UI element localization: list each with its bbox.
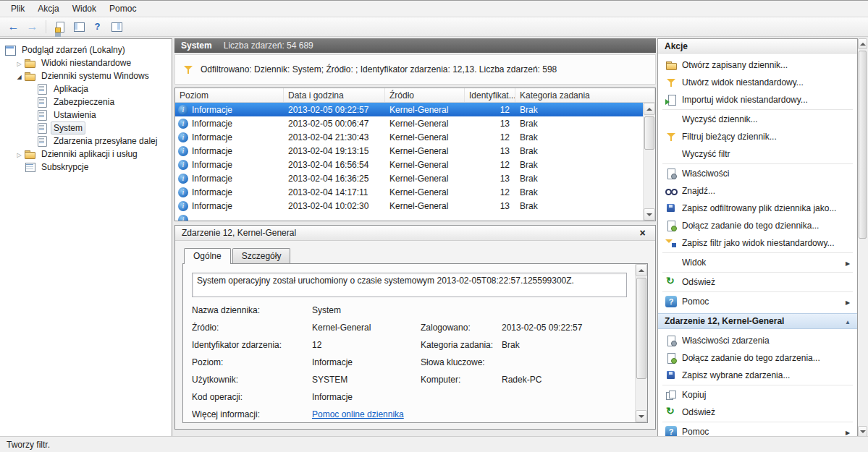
tree-item-setup[interactable]: Ustawienia: [0, 108, 172, 121]
tree-item-system[interactable]: System: [0, 121, 172, 135]
filter-save-icon: [665, 237, 677, 249]
online-help-link[interactable]: Pomoc online dziennika: [312, 409, 421, 419]
event-log-icon: [36, 83, 48, 95]
column-header-datetime[interactable]: Data i godzina: [284, 88, 385, 102]
eventid-cell: 12: [465, 160, 515, 170]
scroll-down-arrow[interactable]: [644, 208, 655, 221]
level-text: Informacje: [192, 146, 232, 156]
event-action-help-submenu[interactable]: Pomoc: [658, 423, 857, 437]
event-row[interactable]: Informacje 2013-02-04 16:56:54 Kernel-Ge…: [175, 158, 643, 171]
preview-title: Zdarzenie 12, Kernel-General: [182, 228, 636, 238]
value-logged: 2013-02-05 09:22:57: [502, 323, 627, 333]
action-save-filter-as-custom-view[interactable]: Zapisz filtr jako widok niestandardowy..…: [658, 234, 857, 252]
event-row[interactable]: Informacje 2013-02-04 10:02:30 Kernel-Ge…: [175, 199, 643, 213]
preview-scrollbar[interactable]: [635, 264, 647, 422]
action-create-custom-view[interactable]: Utwórz widok niestandardowy...: [658, 74, 857, 91]
collapse-icon[interactable]: [14, 71, 24, 81]
event-action-save-selected[interactable]: Zapisz wybrane zdarzenia...: [658, 367, 857, 384]
show-action-pane-button[interactable]: [108, 19, 125, 35]
tree-item-forwarded-events[interactable]: Zdarzenia przesyłane dalej: [0, 135, 172, 148]
scroll-up-arrow[interactable]: [858, 38, 867, 49]
menu-akcja[interactable]: Akcja: [31, 1, 65, 16]
category-cell: Brak: [515, 119, 643, 129]
tab-general[interactable]: Ogólne: [184, 248, 231, 264]
event-row[interactable]: Informacje 2013-02-04 16:36:25 Kernel-Ge…: [175, 171, 643, 185]
log-name: System: [181, 40, 212, 51]
action-save-filtered-log[interactable]: Zapisz odfiltrowany plik dziennika jako.…: [658, 200, 857, 217]
level-text: Informacje: [192, 132, 232, 142]
tree-item-root[interactable]: Podgląd zdarzeń (Lokalny): [0, 43, 172, 56]
level-text: Informacje: [192, 201, 232, 211]
column-header-eventid[interactable]: Identyfikat...: [465, 88, 515, 102]
tree-item-application[interactable]: Aplikacja: [0, 82, 172, 95]
scrollbar-thumb[interactable]: [859, 51, 867, 239]
tree-item-windows-logs[interactable]: Dzienniki systemu Windows: [0, 69, 172, 82]
event-action-refresh[interactable]: Odśwież: [658, 404, 857, 421]
action-properties[interactable]: Właściwości: [658, 165, 857, 182]
event-action-copy[interactable]: Kopiuj: [658, 386, 857, 404]
scroll-down-arrow[interactable]: [858, 426, 867, 437]
level-cell: Informacje: [175, 174, 284, 184]
help-button[interactable]: [89, 19, 106, 35]
export-log-button[interactable]: [51, 19, 68, 35]
tab-details[interactable]: Szczegóły: [232, 248, 291, 263]
scroll-up-arrow[interactable]: [644, 103, 655, 115]
actions-pane-scrollbar[interactable]: [858, 38, 868, 437]
action-import-custom-view[interactable]: Importuj widok niestandardowy...: [658, 91, 857, 108]
tree-item-custom-views[interactable]: Widoki niestandardowe: [0, 56, 172, 69]
action-clear-filter[interactable]: Wyczyść filtr: [658, 145, 857, 163]
action-attach-task-to-log[interactable]: Dołącz zadanie do tego dziennika...: [658, 217, 857, 234]
action-find[interactable]: Znajdź...: [658, 182, 857, 200]
column-header-level[interactable]: Poziom: [175, 88, 284, 102]
tree-item-security[interactable]: Zabezpieczenia: [0, 95, 172, 108]
chevron-right-icon: [844, 427, 851, 437]
event-count: Liczba zdarzeń: 54 689: [224, 40, 313, 51]
tree-item-apps-services-logs[interactable]: Dzienniki aplikacji i usług: [0, 148, 172, 161]
preview-title-bar: Zdarzenie 12, Kernel-General: [175, 226, 655, 241]
back-button[interactable]: [5, 19, 22, 35]
actions-title: Akcje: [665, 41, 688, 51]
action-help-submenu[interactable]: Pomoc: [658, 293, 857, 310]
expand-icon[interactable]: [14, 58, 24, 68]
expand-icon[interactable]: [14, 149, 24, 159]
event-action-attach-task[interactable]: Dołącz zadanie do tego zdarzenia...: [658, 349, 857, 367]
action-view-submenu[interactable]: Widok: [658, 254, 857, 271]
menu-widok[interactable]: Widok: [66, 1, 103, 16]
task-icon: [665, 220, 677, 231]
tree-item-subscriptions[interactable]: Subskrypcje: [0, 161, 172, 174]
action-filter-current-log[interactable]: Filtruj bieżący dziennik...: [658, 128, 857, 145]
action-clear-log[interactable]: Wyczyść dziennik...: [658, 111, 857, 128]
event-list: Poziom Data i godzina Źródło Identyfikat…: [174, 88, 656, 221]
event-row[interactable]: Informacje 2013-02-05 00:06:47 Kernel-Ge…: [175, 116, 643, 130]
scrollbar-thumb[interactable]: [644, 116, 654, 150]
show-console-tree-button[interactable]: [70, 19, 87, 35]
forward-button[interactable]: [24, 19, 41, 35]
event-row-partial[interactable]: [175, 213, 643, 221]
close-icon[interactable]: [636, 227, 649, 239]
action-refresh[interactable]: Odśwież: [658, 273, 857, 291]
event-log-icon: [36, 109, 48, 121]
column-header-source[interactable]: Źródło: [385, 88, 465, 102]
eventid-cell: 13: [465, 201, 515, 211]
menu-plik[interactable]: Plik: [4, 1, 31, 16]
level-cell: Informacje: [175, 119, 284, 129]
menu-pomoc[interactable]: Pomoc: [103, 1, 143, 16]
tree-item-label: Widoki niestandardowe: [38, 56, 134, 69]
label-logged: Zalogowano:: [421, 323, 502, 333]
chevron-right-icon: [844, 297, 851, 307]
event-action-properties[interactable]: Właściwości zdarzenia: [658, 332, 857, 349]
blank-icon: [665, 257, 677, 268]
level-cell: Informacje: [175, 201, 284, 211]
event-row[interactable]: Informacje 2013-02-05 09:22:57 Kernel-Ge…: [175, 103, 643, 116]
event-row[interactable]: Informacje 2013-02-04 14:17:11 Kernel-Ge…: [175, 185, 643, 199]
scrollbar-thumb[interactable]: [636, 278, 646, 379]
scroll-down-arrow[interactable]: [636, 410, 647, 422]
scroll-up-arrow[interactable]: [636, 264, 647, 276]
action-open-saved-log[interactable]: Otwórz zapisany dziennik...: [658, 56, 857, 74]
event-row[interactable]: Informacje 2013-02-04 19:13:15 Kernel-Ge…: [175, 144, 643, 158]
actions-event-section-header[interactable]: Zdarzenie 12, Kernel-General: [658, 313, 857, 329]
event-row[interactable]: Informacje 2013-02-04 21:30:43 Kernel-Ge…: [175, 130, 643, 144]
event-list-scrollbar[interactable]: [643, 103, 655, 221]
category-cell: Brak: [515, 201, 643, 211]
column-header-category[interactable]: Kategoria zadania: [515, 88, 655, 102]
